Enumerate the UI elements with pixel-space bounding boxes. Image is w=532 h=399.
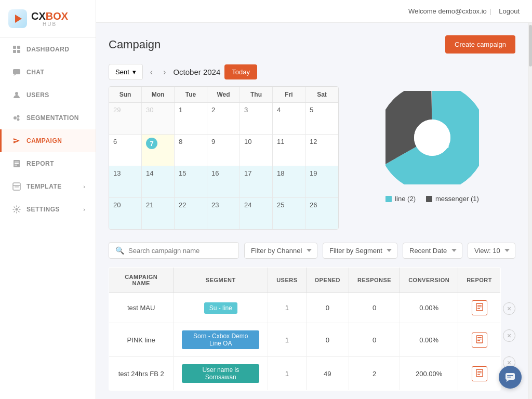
cal-cell-9[interactable]: 9 xyxy=(207,135,240,166)
sidebar-label-segmentation: SEGMENTATION xyxy=(26,114,79,122)
calendar-left: Sent ▾ ‹ › October 2024 Today Sun Mon xyxy=(109,64,339,230)
th-response: RESPONSE xyxy=(349,268,400,293)
cal-cell-11[interactable]: 11 xyxy=(273,135,305,166)
cal-cell-26[interactable]: 26 xyxy=(305,198,338,229)
cal-cell-25[interactable]: 25 xyxy=(273,198,305,229)
cal-cell-24[interactable]: 24 xyxy=(240,198,273,229)
cal-cell-1[interactable]: 1 xyxy=(175,103,207,134)
cell-response-3: 2 xyxy=(349,357,400,391)
segment-badge-2: Sorn - Cxbox Demo Line OA xyxy=(182,330,259,349)
cell-report-3 xyxy=(458,357,501,391)
settings-arrow-icon: › xyxy=(83,206,85,212)
svg-rect-11 xyxy=(14,140,17,141)
report-button-1[interactable] xyxy=(472,300,487,315)
filter-channel-select[interactable]: Filter by Channel Line Messenger xyxy=(244,243,317,259)
delete-button-1[interactable]: × xyxy=(503,302,515,315)
main-content: Welcome demo@cxbox.io | Logout Campaign … xyxy=(96,0,532,399)
cal-cell-3[interactable]: 3 xyxy=(240,103,273,134)
logo-area: CXBOX HUB xyxy=(0,0,96,38)
cal-cell-22[interactable]: 22 xyxy=(175,198,207,229)
sidebar-item-campaign[interactable]: CAMPAIGN xyxy=(0,129,96,152)
sidebar-item-dashboard[interactable]: DASHBOARD xyxy=(0,38,96,61)
delete-buttons-col: × × × xyxy=(501,267,515,376)
logout-button[interactable]: Logout xyxy=(499,7,520,15)
report-button-3[interactable] xyxy=(472,366,487,381)
filter-date-select[interactable]: Recent Date Oldest Date xyxy=(403,243,462,259)
svg-rect-34 xyxy=(477,374,480,375)
sidebar-item-settings[interactable]: SETTINGS › xyxy=(0,198,96,221)
legend-label-line: line (2) xyxy=(395,195,416,203)
sidebar-item-users[interactable]: USERS xyxy=(0,84,96,107)
cal-cell-15[interactable]: 15 xyxy=(175,166,207,197)
svg-rect-38 xyxy=(507,377,511,378)
cal-cell-6[interactable]: 6 xyxy=(109,135,142,166)
cal-cell-8[interactable]: 8 xyxy=(175,135,207,166)
cal-cell-7-today[interactable]: 7 xyxy=(142,135,175,166)
cal-cell-21[interactable]: 21 xyxy=(142,198,175,229)
calendar-today-button[interactable]: Today xyxy=(224,64,257,79)
cell-campaign-name-3: test 24hrs FB 2 xyxy=(109,357,174,391)
cal-cell-19[interactable]: 19 xyxy=(305,166,338,197)
th-segment: SEGMENT xyxy=(174,268,268,293)
cal-cell-17[interactable]: 17 xyxy=(240,166,273,197)
svg-rect-4 xyxy=(13,69,20,74)
svg-rect-33 xyxy=(477,373,482,373)
scroll-thumb[interactable] xyxy=(529,25,532,66)
svg-rect-17 xyxy=(13,185,20,186)
scrollbar[interactable] xyxy=(528,23,532,399)
report-button-2[interactable] xyxy=(472,332,487,348)
calendar-filter-dropdown[interactable]: Sent ▾ xyxy=(109,64,143,80)
search-input[interactable] xyxy=(128,247,232,255)
search-icon: 🔍 xyxy=(115,246,124,255)
cell-users-2: 1 xyxy=(268,323,306,357)
cal-cell-14[interactable]: 14 xyxy=(142,166,175,197)
sidebar-item-segmentation[interactable]: SEGMENTATION xyxy=(0,107,96,129)
cal-cell-30[interactable]: 30 xyxy=(142,103,175,134)
svg-rect-37 xyxy=(507,375,513,376)
cell-campaign-name-1: test MAU xyxy=(109,293,174,323)
cal-cell-10[interactable]: 10 xyxy=(240,135,273,166)
cal-cell-12[interactable]: 12 xyxy=(305,135,338,166)
cal-cell-2[interactable]: 2 xyxy=(207,103,240,134)
cal-cell-4[interactable]: 4 xyxy=(273,103,305,134)
sidebar-item-chat[interactable]: CHAT xyxy=(0,61,96,84)
legend-line: line (2) xyxy=(385,195,416,203)
table-container: CAMPAIGN NAME SEGMENT USERS OPENED RESPO… xyxy=(109,267,515,391)
calendar-next-button[interactable]: › xyxy=(160,65,169,79)
report-doc-icon xyxy=(476,303,483,311)
cal-cell-20[interactable]: 20 xyxy=(109,198,142,229)
sidebar-item-template[interactable]: TEMPLATE › xyxy=(0,175,96,198)
cal-cell-23[interactable]: 23 xyxy=(207,198,240,229)
cell-conversion-2: 0.00% xyxy=(400,323,458,357)
svg-rect-29 xyxy=(477,339,482,339)
cal-cell-18[interactable]: 18 xyxy=(273,166,305,197)
filters-row: 🔍 Filter by Channel Line Messenger Filte… xyxy=(109,242,515,259)
svg-point-8 xyxy=(17,115,20,118)
svg-rect-24 xyxy=(477,305,482,305)
cal-cell-29[interactable]: 29 xyxy=(109,103,142,134)
logo-text: CXBOX HUB xyxy=(31,11,68,27)
filter-view-select[interactable]: View: 10 View: 25 View: 50 xyxy=(468,243,515,259)
cal-header-wed: Wed xyxy=(207,87,240,102)
delete-button-2[interactable]: × xyxy=(503,329,515,342)
legend-dot-messenger xyxy=(426,196,432,202)
filter-segment-select[interactable]: Filter by Segment All Segments xyxy=(323,243,397,259)
sidebar-label-report: REPORT xyxy=(26,160,54,167)
cal-cell-5[interactable]: 5 xyxy=(305,103,338,134)
cell-response-1: 0 xyxy=(349,293,400,323)
cal-cell-16[interactable]: 16 xyxy=(207,166,240,197)
filter-chevron-icon: ▾ xyxy=(132,68,136,76)
cal-header-mon: Mon xyxy=(142,87,175,102)
svg-rect-2 xyxy=(13,50,16,53)
calendar-prev-button[interactable]: ‹ xyxy=(147,65,156,79)
sidebar-item-report[interactable]: REPORT xyxy=(0,152,96,175)
create-campaign-button[interactable]: Create campaign xyxy=(445,35,515,54)
sidebar-label-users: USERS xyxy=(26,91,49,99)
chat-bubble-button[interactable] xyxy=(499,366,522,389)
svg-marker-36 xyxy=(506,380,510,382)
content-area: Campaign Create campaign Sent ▾ ‹ › Octo… xyxy=(96,23,528,399)
cal-cell-13[interactable]: 13 xyxy=(109,166,142,197)
sidebar-label-chat: CHAT xyxy=(26,69,44,76)
cal-header-fri: Fri xyxy=(273,87,305,102)
calendar-week-4: 20 21 22 23 24 25 26 xyxy=(109,198,338,229)
